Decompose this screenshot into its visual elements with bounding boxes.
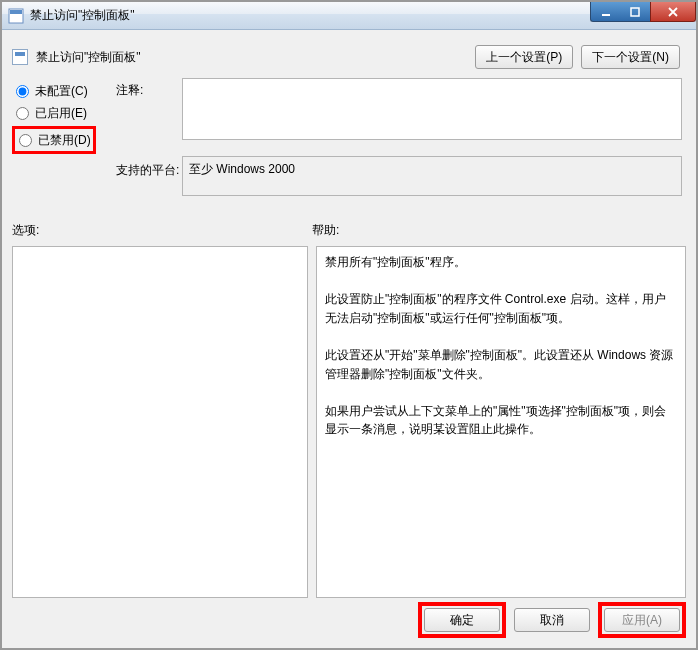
ok-button[interactable]: 确定 [424,608,500,632]
dialog-window: 禁止访问"控制面板" 禁止访问"控制面板" 上一个设置(P) 下一个设置(N) [0,0,698,650]
close-button[interactable] [650,2,696,22]
comment-textarea[interactable] [182,78,682,140]
radio-disabled-label: 已禁用(D) [38,132,91,149]
highlight-apply: 应用(A) [598,602,686,638]
cancel-button[interactable]: 取消 [514,608,590,632]
nav-buttons: 上一个设置(P) 下一个设置(N) [475,45,680,69]
supported-platforms-box: 至少 Windows 2000 [182,156,682,196]
help-panel: 禁用所有"控制面板"程序。 此设置防止"控制面板"的程序文件 Control.e… [316,246,686,598]
radio-not-configured-label: 未配置(C) [35,83,88,100]
highlight-disabled: 已禁用(D) [12,126,96,154]
apply-button[interactable]: 应用(A) [604,608,680,632]
app-icon [8,8,24,24]
header-row: 禁止访问"控制面板" 上一个设置(P) 下一个设置(N) [12,40,686,74]
radio-disabled-input[interactable] [19,134,32,147]
policy-title: 禁止访问"控制面板" [36,49,141,66]
svg-rect-2 [602,14,610,16]
titlebar: 禁止访问"控制面板" [2,2,696,30]
platform-label: 支持的平台: [116,162,179,179]
maximize-button[interactable] [620,2,650,22]
next-setting-button[interactable]: 下一个设置(N) [581,45,680,69]
supported-platforms-text: 至少 Windows 2000 [189,162,295,176]
radio-enabled-input[interactable] [16,107,29,120]
minimize-button[interactable] [590,2,620,22]
panels: 禁用所有"控制面板"程序。 此设置防止"控制面板"的程序文件 Control.e… [12,246,686,598]
radio-not-configured[interactable]: 未配置(C) [12,80,182,102]
policy-icon [12,49,28,65]
footer-buttons: 确定 取消 应用(A) [12,602,686,638]
radio-not-configured-input[interactable] [16,85,29,98]
svg-rect-3 [631,8,639,16]
window-controls [590,2,696,22]
comment-label: 注释: [116,82,143,99]
radio-enabled[interactable]: 已启用(E) [12,102,182,124]
options-panel [12,246,308,598]
dialog-body: 禁止访问"控制面板" 上一个设置(P) 下一个设置(N) 未配置(C) 已启用(… [2,30,696,648]
options-label: 选项: [12,222,39,239]
main-grid: 未配置(C) 已启用(E) 已禁用(D) 注释: 支持的平台: 至少 Windo… [12,74,686,598]
svg-rect-1 [10,10,22,14]
previous-setting-button[interactable]: 上一个设置(P) [475,45,573,69]
window-title: 禁止访问"控制面板" [30,7,135,24]
highlight-ok: 确定 [418,602,506,638]
state-radios: 未配置(C) 已启用(E) 已禁用(D) [12,80,182,154]
radio-disabled[interactable]: 已禁用(D) [17,129,91,151]
radio-enabled-label: 已启用(E) [35,105,87,122]
help-label: 帮助: [312,222,339,239]
